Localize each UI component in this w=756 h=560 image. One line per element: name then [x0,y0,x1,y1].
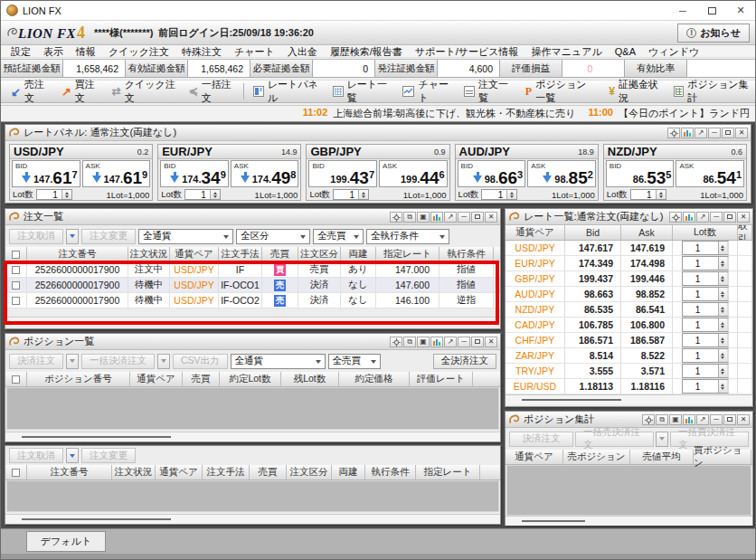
popout-icon[interactable]: ↗ [696,414,709,425]
pin-icon[interactable]: ▣ [669,414,682,425]
column-header[interactable]: 注文区分 [298,247,341,261]
lot-input[interactable]: 1 [682,364,729,378]
window-close-icon[interactable]: ✕ [485,337,497,347]
menu-item-support[interactable]: サポート/サービス情報 [409,45,525,58]
copy-icon[interactable]: ⧉ [403,212,416,223]
ask-quote-button[interactable]: ASK147.619 [82,160,151,187]
position-list-button[interactable]: Pポジション一覧 [519,81,602,102]
order-row[interactable]: 2526600000017900 待機中 USD/JPY IF-OCO2 売 決… [5,293,500,308]
spinner-arrows[interactable] [718,257,728,270]
menu-item-quick-order[interactable]: クイック注文 [102,45,175,58]
column-header[interactable]: 注文手法 [219,247,262,261]
column-header[interactable]: 注文区分 [287,465,332,479]
minimize-button[interactable]: ─ [668,1,697,20]
menu-item-info[interactable]: 情報 [70,45,102,58]
window-maximize-icon[interactable] [471,337,484,347]
exec-filter-select[interactable]: 全執行条件 [366,229,449,244]
order-cancel-dropdown[interactable] [66,229,79,244]
menu-item-history-report[interactable]: 履歴検索/報告書 [324,45,409,58]
close-order-button[interactable]: 決済注文 [9,354,63,369]
window-minimize-icon[interactable]: ─ [710,414,723,425]
spinner-arrows[interactable] [718,272,728,285]
scrollbar-thumb[interactable] [22,321,171,323]
window-close-icon[interactable]: ✕ [737,212,750,223]
lot-input[interactable]: 1 [682,256,729,271]
spinner-arrows[interactable] [210,190,220,199]
spinner-arrows[interactable] [718,380,728,393]
workspace-tab-default[interactable]: デフォルト [26,531,106,552]
side-filter-select[interactable]: 全売買 [313,229,364,244]
order-row[interactable]: 2526600000017900 注文中 USD/JPY IF 買 売買 あり … [5,262,500,278]
currency-filter-select[interactable]: 全通貨 [138,229,233,244]
spinner-arrows[interactable] [358,190,368,199]
menu-item-settings[interactable]: 設定 [5,45,37,58]
column-header[interactable]: 執行条件 [439,247,494,261]
column-header[interactable]: 指定レート [376,247,439,261]
rate-row[interactable]: CAD/JPY106.785106.8001 [506,318,752,333]
column-header[interactable]: 売買 [183,372,220,386]
spinner-arrows[interactable] [718,303,728,316]
position-summary-button[interactable]: ポジション集計 [667,81,755,102]
column-header[interactable]: 指定レート [416,465,480,479]
spinner-arrows[interactable] [718,349,728,362]
lot-input[interactable]: 1 [481,189,517,200]
lot-input[interactable]: 1 [36,189,72,200]
column-header[interactable]: 両建 [332,465,365,479]
select-all-checkbox[interactable] [5,465,27,479]
bid-quote-button[interactable]: BID86.535 [606,160,675,187]
window-maximize-icon[interactable] [723,414,736,425]
scrollbar-thumb[interactable] [522,520,585,522]
popout-icon[interactable]: ↗ [444,212,457,223]
rate-row[interactable]: AUD/JPY98.66398.8521 [506,287,752,302]
column-header[interactable]: 約定価格 [339,372,410,386]
column-header[interactable]: 執行条件 [365,465,416,479]
settings-gear-icon[interactable] [642,414,655,425]
select-all-checkbox[interactable] [5,247,27,261]
rate-row[interactable]: TRY/JPY3.5553.5711 [506,364,752,379]
lot-input[interactable]: 1 [682,379,729,394]
design-icon[interactable] [683,414,695,425]
batch-close-button[interactable]: 一括決済注文 [81,354,155,369]
ask-quote-button[interactable]: ASK174.498 [231,160,299,187]
rate-panel-titlebar[interactable]: レートパネル: 通常注文(両建なし) ↗ ─ ✕ [5,125,751,141]
scrollbar-thumb[interactable] [22,436,171,438]
news-item[interactable]: 11:02 上海総合前場:朝高後に下げ、観光株・不動産株に売り [303,107,576,120]
column-header[interactable]: 取引 [738,225,752,240]
settings-gear-icon[interactable] [667,128,680,138]
close-all-button[interactable]: 全決済注文 [433,354,497,369]
column-header[interactable]: 通貨ペア [506,450,563,464]
rate-row[interactable]: NZD/JPY86.53586.5411 [506,302,752,318]
spinner-arrows[interactable] [718,365,728,377]
order-modify-button[interactable]: 注文変更 [81,229,136,244]
batch-sell-close-dropdown[interactable] [656,432,668,447]
rate-row[interactable]: GBP/JPY199.437199.4461 [506,271,752,287]
row-checkbox[interactable] [5,262,27,277]
copy-icon[interactable]: ⧉ [656,414,668,425]
lot-input[interactable]: 1 [682,287,729,301]
order-list-titlebar[interactable]: 注文一覧 ⧉ ▣ ↗ ─ ✕ [5,209,500,225]
spinner-arrows[interactable] [506,190,516,199]
news-item[interactable]: 11:00 【今日のポイント】ランド円 [588,107,750,120]
order-modify-button[interactable]: 注文変更 [81,448,136,463]
position-list-titlebar[interactable]: ポジション一覧 ⧉ ▣ ↗ ─ ✕ [5,334,500,350]
settings-gear-icon[interactable] [390,212,402,223]
column-header[interactable]: 売ポジション [563,450,630,464]
scrollbar-thumb[interactable] [522,399,621,401]
design-icon[interactable] [430,212,443,223]
column-header[interactable]: 売買 [250,465,287,479]
notice-button[interactable]: ! お知らせ [677,24,750,43]
menu-item-manual[interactable]: 操作マニュアル [524,45,608,58]
close-order-dropdown[interactable] [66,354,79,369]
lot-input[interactable]: 1 [682,302,729,317]
column-header[interactable]: 売買 [262,247,298,261]
column-header[interactable]: 注文番号 [27,465,112,479]
rate-panel-button[interactable]: レートパネル [247,81,326,102]
column-header[interactable]: 注文状況 [128,247,170,261]
column-header[interactable]: Lot数 [673,225,738,240]
column-header[interactable]: 両建 [341,247,376,261]
lot-input[interactable]: 1 [630,189,666,200]
order-cancel-button[interactable]: 注文取消 [9,448,63,463]
spinner-arrows[interactable] [718,242,728,254]
rate-row[interactable]: CHF/JPY186.571186.5871 [506,333,752,348]
order-row[interactable]: 2526600000017900 待機中 USD/JPY IF-OCO1 売 決… [5,278,500,293]
